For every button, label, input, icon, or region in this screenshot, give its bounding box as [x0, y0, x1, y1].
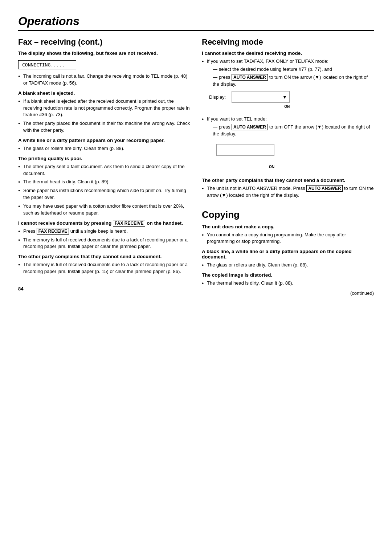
c-subsection1-bullets: You cannot make a copy during programmin… — [202, 232, 374, 245]
right-column: Receiving mode I cannot select the desir… — [202, 37, 374, 296]
subsection5-bullets: Press FAX RECEIVE until a single beep is… — [18, 228, 190, 250]
r-subsection2-bullets: The unit is not in AUTO ANSWER mode. Pre… — [202, 185, 374, 199]
subsection3-bullets: The glass or rollers are dirty. Clean th… — [18, 145, 190, 152]
left-section-title: Fax – receiving (cont.) — [18, 37, 190, 47]
list-item: The glass or rollers are dirty. Clean th… — [202, 262, 374, 269]
sub-bullet: select the desired mode using feature #7… — [207, 66, 374, 73]
list-item: The glass or rollers are dirty. Clean th… — [18, 145, 190, 152]
c-subsection3-heading: The copied image is distorted. — [202, 272, 374, 278]
receiving-mode-title: Receiving mode — [202, 37, 374, 47]
display-row: Display: ▼ ON — [209, 91, 374, 103]
list-item: The memory is full of received documents… — [18, 237, 190, 250]
display-screen-wrapper: ▼ ON — [232, 91, 290, 103]
c-subsection2-bullets: The glass or rollers are dirty. Clean th… — [202, 262, 374, 269]
subsection6-heading: The other party complains that they cann… — [18, 254, 190, 259]
subsection4-bullets: The other party sent a faint document. A… — [18, 163, 190, 217]
page-title: Operations — [18, 15, 374, 31]
list-item: You cannot make a copy during programmin… — [202, 232, 374, 245]
r-subsection1-content2: If you want to set TEL mode: press AUTO … — [202, 116, 374, 138]
c-subsection3-bullets: The thermal head is dirty. Clean it (p. … — [202, 280, 374, 287]
list-item: The incoming call is not a fax. Change t… — [18, 73, 190, 87]
list-item: The other party sent a faint document. A… — [18, 163, 190, 177]
auto-answer-key3: AUTO ANSWER — [306, 185, 343, 192]
list-item: The thermal head is dirty. Clean it (p. … — [18, 179, 190, 186]
list-item: The thermal head is dirty. Clean it (p. … — [202, 280, 374, 287]
page-number: 84 — [18, 286, 190, 292]
sub-bullet: press AUTO ANSWER to turn ON the arrow (… — [207, 74, 374, 88]
auto-answer-key: AUTO ANSWER — [232, 74, 268, 81]
sub-bullet: press AUTO ANSWER to turn OFF the arrow … — [207, 124, 374, 138]
subsection2-bullets: If a blank sheet is ejected after the re… — [18, 98, 190, 134]
list-item: If a blank sheet is ejected after the re… — [18, 98, 190, 119]
subsection4-heading: The printing quality is poor. — [18, 156, 190, 161]
r-subsection1-content: If you want to set TAD/FAX, FAX ONLY or … — [202, 58, 374, 87]
list-item: Press FAX RECEIVE until a single beep is… — [18, 228, 190, 235]
arrow-down-icon: ▼ — [282, 94, 287, 100]
display-label: Display: — [209, 94, 226, 100]
on-label: ON — [284, 105, 290, 109]
subsection1-bullets: The incoming call is not a fax. Change t… — [18, 73, 190, 87]
auto-answer-key2: AUTO ANSWER — [232, 124, 268, 130]
c-subsection1-heading: The unit does not make a copy. — [202, 224, 374, 229]
display-screen-empty — [216, 144, 274, 156]
list-item: Some paper has instructions recommending… — [18, 187, 190, 201]
on-label2: ON — [269, 165, 274, 169]
subsection5-heading: I cannot receive documents by pressing F… — [18, 220, 190, 226]
r-subsection1-heading: I cannot select the desired receiving mo… — [202, 50, 374, 56]
continued-label: (continued) — [202, 290, 374, 296]
fax-receive-key: FAX RECEIVE — [113, 220, 145, 227]
display-screen: ▼ — [232, 91, 290, 103]
display-box-connecting: CONNECTING..... — [18, 60, 76, 69]
list-item: The other party placed the document in t… — [18, 120, 190, 134]
left-column: Fax – receiving (cont.) The display show… — [18, 37, 190, 296]
subsection1-heading: The display shows the following, but fax… — [18, 50, 190, 56]
list-item: The memory is full of received documents… — [18, 261, 190, 275]
copying-title: Copying — [202, 209, 374, 220]
subsection3-heading: A white line or a dirty pattern appears … — [18, 138, 190, 143]
c-subsection2-heading: A black line, a white line or a dirty pa… — [202, 249, 374, 260]
fax-receive-key-inline: FAX RECEIVE — [37, 228, 69, 235]
list-item: The unit is not in AUTO ANSWER mode. Pre… — [202, 185, 374, 199]
list-item: If you want to set TEL mode: press AUTO … — [202, 116, 374, 138]
list-item: You may have used paper with a cotton an… — [18, 203, 190, 217]
list-item: If you want to set TAD/FAX, FAX ONLY or … — [202, 58, 374, 87]
display-screen2-wrapper: ON — [209, 141, 274, 163]
r-subsection2-heading: The other party complains that they cann… — [202, 178, 374, 183]
subsection2-heading: A blank sheet is ejected. — [18, 90, 190, 96]
subsection6-bullets: The memory is full of received documents… — [18, 261, 190, 275]
